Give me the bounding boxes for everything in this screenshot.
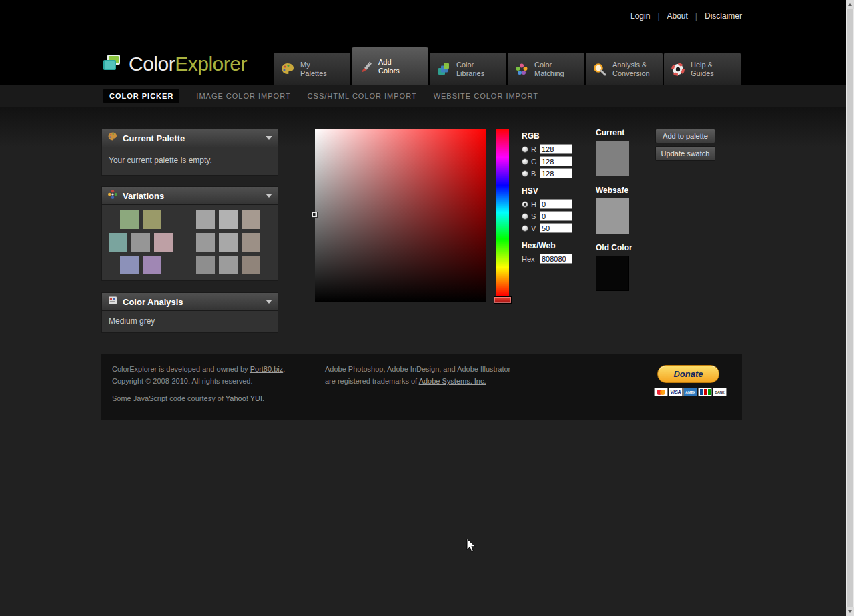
tab-my-palettes[interactable]: MyPalettes: [274, 53, 350, 85]
rgb-g-input[interactable]: [540, 156, 572, 166]
variation-swatch[interactable]: [219, 210, 238, 229]
variation-swatch[interactable]: [154, 233, 173, 252]
logo[interactable]: ColorExplorer: [101, 52, 247, 76]
hsv-h-radio[interactable]: [522, 201, 528, 208]
subnav-color-picker[interactable]: COLOR PICKER: [103, 89, 179, 103]
variation-swatch[interactable]: [196, 210, 215, 229]
hex-input[interactable]: [540, 254, 572, 264]
panel-title: Variations: [123, 191, 261, 201]
current-color-swatch: [596, 141, 629, 176]
login-link[interactable]: Login: [630, 11, 650, 21]
old-color-swatch-label: Old Color: [596, 243, 632, 252]
tab-add-colors[interactable]: AddColors: [352, 47, 428, 85]
hsv-v-radio[interactable]: [522, 225, 528, 232]
scrollbar-thumb[interactable]: [847, 9, 853, 607]
variation-swatch[interactable]: [219, 256, 238, 274]
rgb-b-radio[interactable]: [522, 170, 528, 177]
current-palette-icon: [107, 131, 118, 145]
rgb-r-radio[interactable]: [522, 146, 528, 153]
hsv-v-row: V: [522, 223, 572, 233]
variations-body: [101, 205, 278, 281]
saturation-value-canvas[interactable]: [315, 129, 486, 302]
variation-swatch[interactable]: [109, 233, 127, 252]
topbar-separator: |: [657, 11, 659, 21]
paypal-donate-button[interactable]: Donate: [657, 365, 719, 383]
variations-header[interactable]: Variations: [101, 186, 278, 205]
hsv-h-input[interactable]: [540, 199, 572, 209]
variation-swatch[interactable]: [242, 210, 260, 229]
rgb-b-input[interactable]: [540, 168, 572, 178]
hsv-s-input[interactable]: [540, 211, 572, 221]
variation-swatch[interactable]: [219, 233, 238, 252]
variation-swatch[interactable]: [242, 233, 260, 252]
variations-panel: Variations: [101, 186, 278, 281]
color-analysis-header[interactable]: Color Analysis: [101, 292, 278, 311]
variation-swatch[interactable]: [143, 256, 161, 274]
current-palette-body: Your current palette is empty.: [101, 147, 278, 176]
tab-color-matching[interactable]: ColorMatching: [508, 53, 584, 85]
hex-heading: Hex/Web: [522, 241, 572, 250]
port80-link[interactable]: Port80.biz: [250, 365, 284, 373]
subnav-image-color-import[interactable]: IMAGE COLOR IMPORT: [196, 92, 290, 100]
current-palette-header[interactable]: Current Palette: [101, 129, 278, 147]
disclaimer-link[interactable]: Disclaimer: [705, 11, 742, 21]
rgb-b-label: B: [531, 170, 537, 178]
variation-swatch[interactable]: [242, 256, 260, 274]
bank-icon: BANK: [713, 388, 727, 396]
amex-icon: AMEX: [683, 388, 697, 396]
color-value-controls: RGB R G B HSV H S V: [522, 131, 572, 266]
websafe-color-swatch: [596, 198, 629, 234]
color-analysis-icon: [107, 295, 118, 308]
visa-icon: VISA: [669, 388, 683, 396]
subnav-css-html-color-import[interactable]: CSS/HTML COLOR IMPORT: [308, 92, 417, 100]
old-color-swatch: [596, 256, 629, 291]
scrollbar-up-button[interactable]: [846, 0, 854, 9]
main-nav: MyPalettes AddColors ColorLibraries: [274, 47, 742, 85]
add-to-palette-button[interactable]: Add to palette: [655, 129, 715, 143]
footer-credits: ColorExplorer is developed and owned by …: [112, 363, 285, 404]
subnav: COLOR PICKER IMAGE COLOR IMPORT CSS/HTML…: [0, 85, 846, 107]
variation-swatch[interactable]: [131, 233, 150, 252]
tab-color-libraries[interactable]: ColorLibraries: [430, 53, 506, 85]
hsv-h-row: H: [522, 199, 572, 209]
picker-actions: Add to palette Update swatch: [655, 129, 715, 164]
variations-hue-group: [109, 210, 173, 278]
variation-swatch[interactable]: [120, 256, 139, 274]
jcb-icon: [698, 388, 712, 396]
adobe-systems-link[interactable]: Adobe Systems, Inc.: [419, 377, 486, 385]
variation-swatch[interactable]: [196, 256, 215, 274]
hsv-v-input[interactable]: [540, 223, 572, 233]
rgb-r-input[interactable]: [540, 144, 572, 154]
hsv-v-label: V: [531, 224, 537, 232]
tab-analysis-conversion[interactable]: Analysis &Conversion: [586, 53, 663, 85]
variations-tone-group: [196, 210, 260, 278]
my-palettes-icon: [280, 62, 295, 77]
rgb-g-radio[interactable]: [522, 158, 528, 165]
variation-swatch[interactable]: [120, 210, 139, 229]
tab-label: AddColors: [378, 58, 400, 75]
hex-row: Hex: [522, 254, 572, 264]
hsv-s-radio[interactable]: [522, 213, 528, 220]
subnav-website-color-import[interactable]: WEBSITE COLOR IMPORT: [434, 92, 538, 100]
hsv-h-label: H: [531, 200, 537, 208]
chevron-down-icon: [266, 194, 272, 198]
variation-swatch[interactable]: [143, 210, 161, 229]
hue-slider-marker[interactable]: [494, 296, 512, 304]
variation-swatch[interactable]: [196, 233, 215, 252]
update-swatch-button[interactable]: Update swatch: [655, 146, 715, 161]
vertical-scrollbar[interactable]: [846, 0, 854, 616]
tab-help-guides[interactable]: Help &Guides: [664, 53, 741, 85]
mastercard-icon: [654, 388, 668, 396]
about-link[interactable]: About: [667, 11, 688, 21]
payment-card-icons: VISA AMEX BANK: [654, 388, 727, 396]
scrollbar-down-button[interactable]: [846, 607, 854, 616]
hex-label: Hex: [522, 255, 537, 263]
logo-text: ColorExplorer: [129, 53, 247, 75]
chevron-down-icon: [266, 136, 272, 140]
hue-slider[interactable]: [496, 129, 509, 296]
rgb-heading: RGB: [522, 131, 572, 141]
footer-line-adobe-products: Adobe Photoshop, Adobe InDesign, and Ado…: [325, 363, 510, 375]
yahoo-yui-link[interactable]: Yahoo! YUI: [226, 394, 262, 402]
rgb-r-row: R: [522, 144, 572, 154]
sv-position-marker[interactable]: [312, 212, 317, 217]
